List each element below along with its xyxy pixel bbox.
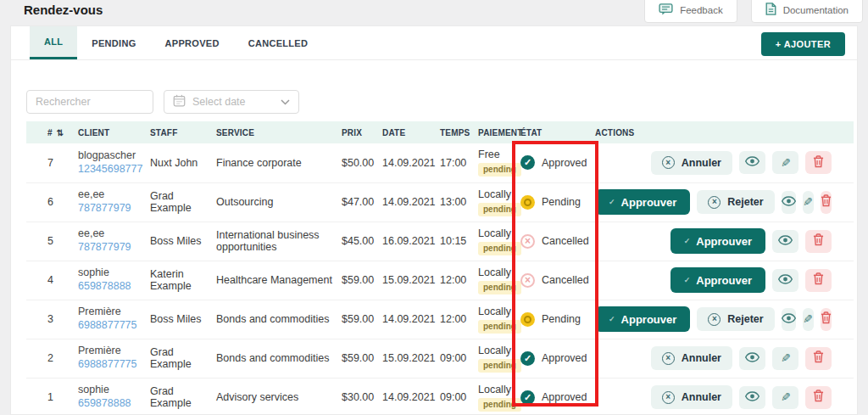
cell-date: 15.09.2021 [377, 261, 435, 300]
cell-client: ee,ee787877979 [73, 182, 145, 222]
table-row: 4sophie659878888Katerin ExampleHealthcar… [26, 261, 854, 300]
payment-status-badge: pending [478, 320, 521, 334]
cell-staff: Grad Example [145, 378, 211, 415]
column-header-paiement: PAIEMENT [473, 121, 515, 143]
delete-button[interactable] [805, 386, 832, 409]
calendar-icon [173, 94, 186, 109]
add-button[interactable]: + AJOUTER [761, 32, 845, 56]
payment-info: Locallypending [478, 345, 514, 373]
status-indicator: Approved [520, 155, 588, 170]
table-row: 3Première6988877775Boss MilesBonds and c… [26, 300, 854, 339]
column-header-service: SERVICE [211, 121, 337, 143]
view-button[interactable] [782, 191, 796, 214]
cancelled-status-icon [520, 234, 535, 249]
cell-price: $50.00 [337, 143, 377, 182]
column-header-temps: TEMPS [435, 121, 473, 143]
cell-staff: Boss Miles [145, 222, 211, 261]
client-phone[interactable]: 659878888 [78, 280, 143, 294]
delete-button[interactable] [821, 191, 832, 214]
actions-group: ×Annuler✎ [595, 151, 852, 175]
status-indicator: Cancelled [520, 234, 588, 249]
delete-button[interactable] [805, 230, 832, 253]
view-button[interactable] [772, 269, 798, 292]
payment-status-badge: pending [478, 281, 521, 294]
approuver-button[interactable]: ✓Approuver [670, 267, 765, 293]
view-button[interactable] [739, 151, 765, 174]
status-label: Pending [542, 196, 581, 208]
payment-status-badge: pending [478, 359, 521, 373]
status-label: Approved [542, 157, 587, 169]
cell-price: $47.00 [337, 182, 377, 222]
check-icon: ✓ [609, 198, 615, 206]
date-select[interactable]: Select date [164, 90, 299, 114]
table-row: 5ee,ee787877979Boss MilesInternational b… [26, 222, 854, 261]
cell-client: sophie659878888 [73, 261, 145, 300]
client-phone[interactable]: 659878888 [78, 397, 143, 411]
page-title: Rendez-vous [24, 3, 103, 17]
view-button[interactable] [739, 347, 765, 370]
document-icon [765, 3, 776, 17]
edit-button[interactable]: ✎ [803, 191, 814, 214]
view-button[interactable] [739, 386, 765, 409]
cell-status: Cancelled [515, 261, 590, 300]
annuler-button[interactable]: ×Annuler [651, 385, 732, 409]
table-header-row: #⇅ CLIENT STAFF SERVICE PRIX DATE TEMPS … [26, 121, 854, 143]
cell-time: 12:00 [435, 261, 473, 300]
filters-bar: Select date [26, 90, 842, 114]
cell-payment: Locallypending [473, 182, 515, 222]
feedback-icon [659, 3, 673, 17]
tab-cancelled[interactable]: CANCELLED [234, 26, 323, 59]
view-button[interactable] [772, 230, 798, 253]
eye-icon [778, 274, 793, 287]
client-phone[interactable]: 12345698777 [78, 163, 143, 177]
documentation-button[interactable]: Documentation [751, 0, 863, 23]
client-phone[interactable]: 6988877775 [78, 319, 143, 333]
client-phone[interactable]: 6988877775 [78, 358, 143, 372]
circled-x-icon: × [662, 352, 675, 365]
cell-actions: ✓Approuver [590, 222, 854, 261]
sort-icon[interactable]: ⇅ [57, 128, 64, 137]
delete-button[interactable] [805, 151, 832, 174]
eye-icon [778, 235, 793, 248]
column-header-staff: STAFF [145, 121, 211, 143]
client-name: ee,ee [78, 227, 143, 241]
cell-price: $59.00 [337, 300, 377, 339]
tab-pending[interactable]: PENDING [77, 26, 150, 59]
cell-time: 13:00 [435, 182, 473, 222]
status-label: Cancelled [542, 274, 589, 286]
feedback-button[interactable]: Feedback [644, 0, 737, 23]
delete-button[interactable] [821, 308, 832, 331]
tab-approved[interactable]: APPROVED [151, 26, 234, 59]
delete-button[interactable] [805, 347, 832, 370]
edit-button[interactable]: ✎ [772, 347, 798, 370]
cell-staff: Grad Example [145, 182, 211, 222]
annuler-button[interactable]: ×Annuler [651, 346, 732, 370]
approuver-button[interactable]: ✓Approuver [670, 228, 765, 254]
pencil-icon: ✎ [781, 156, 791, 170]
edit-button[interactable]: ✎ [772, 151, 798, 174]
tab-all[interactable]: ALL [30, 26, 77, 59]
actions-group: ×Annuler✎ [595, 346, 852, 370]
delete-button[interactable] [805, 269, 832, 292]
cell-actions: ✓Approuver×Rejeter✎ [590, 182, 854, 222]
cell-price: $30.00 [337, 378, 377, 415]
approuver-button[interactable]: ✓Approuver [595, 306, 690, 332]
annuler-button[interactable]: ×Annuler [651, 151, 732, 175]
approuver-button[interactable]: ✓Approuver [595, 189, 690, 215]
approved-status-icon [520, 390, 535, 405]
cell-id: 1 [26, 378, 73, 415]
cell-staff: Grad Example [145, 339, 211, 378]
search-input[interactable] [26, 90, 153, 114]
cell-id: 6 [26, 182, 73, 222]
view-button[interactable] [782, 308, 796, 331]
eye-icon [745, 156, 760, 169]
feedback-label: Feedback [680, 5, 723, 15]
rejeter-button[interactable]: ×Rejeter [697, 190, 774, 214]
edit-button[interactable]: ✎ [803, 308, 814, 331]
rejeter-button[interactable]: ×Rejeter [697, 307, 774, 331]
client-phone[interactable]: 787877979 [78, 202, 143, 216]
edit-button[interactable]: ✎ [772, 386, 798, 409]
cell-time: 17:00 [435, 143, 473, 182]
payment-info: Locallypending [478, 306, 514, 334]
client-phone[interactable]: 787877979 [78, 241, 143, 255]
